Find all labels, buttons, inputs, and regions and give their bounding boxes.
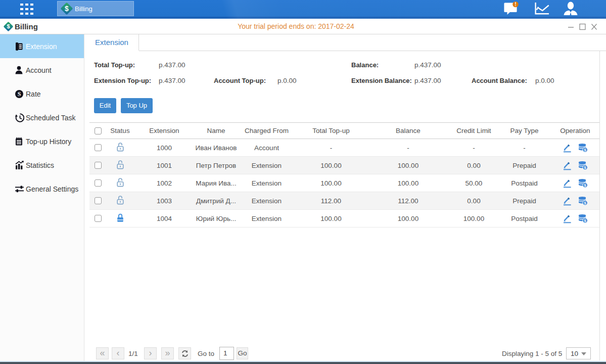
svg-text:!: ! (515, 1, 517, 7)
svg-text:S: S (18, 90, 21, 98)
svg-text:$: $ (65, 5, 69, 13)
